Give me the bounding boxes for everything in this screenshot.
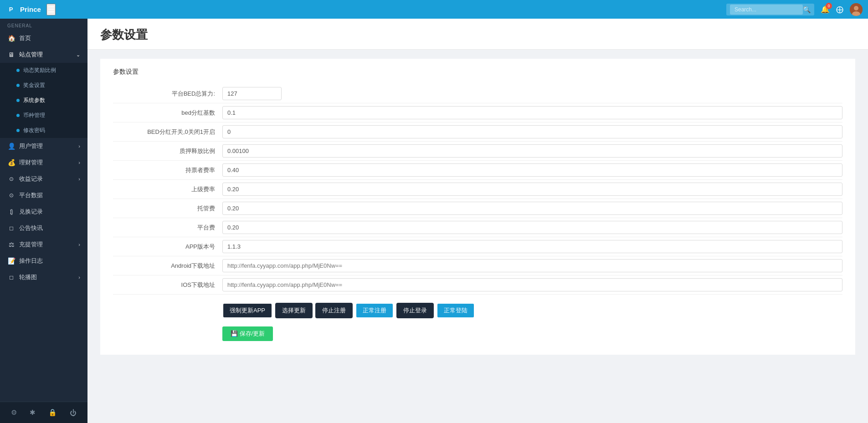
dot-icon — [16, 84, 20, 87]
force-update-button[interactable]: 强制更新APP — [222, 303, 272, 318]
power-icon-button[interactable]: ⏻ — [66, 407, 80, 418]
grid-button[interactable]: ⨁ — [836, 5, 843, 14]
section-label: GENERAL — [0, 19, 87, 30]
user-icon: 👤 — [7, 143, 15, 150]
chevron-right-icon: › — [78, 242, 80, 247]
label-10: IOS下载地址 — [113, 276, 222, 294]
sidebar-item-banner[interactable]: ◻ 轮播图 › — [0, 269, 87, 285]
hamburger-button[interactable]: ☰ — [46, 4, 56, 15]
logo-icon: P — [5, 4, 16, 15]
notification-badge: 0 — [826, 3, 832, 9]
sidebar-sub-dynamic-reward[interactable]: 动态奖励比例 — [0, 63, 87, 78]
monitor-icon: 🖥 — [7, 51, 15, 58]
svg-point-1 — [854, 6, 858, 10]
input-ios-url[interactable] — [222, 278, 842, 291]
bitcoin-icon: ₿ — [7, 208, 15, 215]
search-input[interactable] — [730, 5, 803, 15]
sidebar-item-withdraw[interactable]: ⚖ 充提管理 › — [0, 236, 87, 253]
platform-icon: ⊙ — [7, 192, 15, 199]
page-title: 参数设置 — [100, 27, 855, 43]
settings-icon-button[interactable]: ⚙ — [7, 407, 21, 418]
sidebar-item-income[interactable]: ⊙ 收益记录 › — [0, 171, 87, 187]
label-4: 持票者费率 — [113, 162, 222, 179]
sidebar-label-announcement: 公告快讯 — [19, 224, 43, 232]
sidebar-sub-system-params[interactable]: 系统参数 — [0, 93, 87, 108]
notification-button[interactable]: 🔔 0 — [821, 5, 830, 14]
search-button[interactable]: 🔍 — [803, 6, 811, 13]
chevron-right-icon: › — [78, 143, 80, 149]
sidebar-label-site: 站点管理 — [19, 51, 43, 59]
normal-login-button[interactable]: 正常登陆 — [437, 303, 475, 318]
sidebar-sub-currency[interactable]: 币种管理 — [0, 108, 87, 123]
sidebar-submenu: 动态奖励比例 奖金设置 系统参数 币种管理 修改密码 — [0, 63, 87, 138]
sidebar-item-oplog[interactable]: 📝 操作日志 — [0, 253, 87, 269]
action-buttons: 强制更新APP 选择更新 停止注册 正常注册 停止登录 正常登陆 — [222, 303, 842, 318]
form-row-8: APP版本号 — [113, 237, 842, 256]
sidebar-label-user: 用户管理 — [19, 142, 43, 150]
card-title: 参数设置 — [113, 68, 842, 76]
sidebar-item-site-management[interactable]: 🖥 站点管理 ⌄ — [0, 46, 87, 63]
app-name: Prince — [20, 5, 41, 13]
log-icon: 📝 — [7, 257, 15, 265]
input-superior-rate[interactable] — [222, 183, 842, 196]
input-bed-base[interactable] — [222, 106, 842, 119]
label-2: BED分红开关,0关闭1开启 — [113, 123, 222, 141]
sidebar-item-home[interactable]: 🏠 首页 — [0, 30, 87, 46]
page-header: 参数设置 — [87, 19, 868, 50]
home-icon: 🏠 — [7, 35, 15, 42]
asterisk-icon-button[interactable]: ✱ — [26, 407, 39, 418]
chevron-right-icon: › — [78, 160, 80, 165]
input-android-url[interactable] — [222, 259, 842, 272]
label-9: Android下载地址 — [113, 257, 222, 275]
sidebar: GENERAL 🏠 首页 🖥 站点管理 ⌄ 动态奖励比例 奖金设置 系统参数 — [0, 19, 87, 423]
label-1: bed分红基数 — [113, 104, 222, 122]
app-logo: P Prince — [5, 4, 41, 15]
chevron-right-icon: › — [78, 275, 80, 280]
sidebar-label-home: 首页 — [19, 34, 31, 42]
input-custody-fee[interactable] — [222, 202, 842, 215]
dot-icon — [16, 129, 20, 132]
sidebar-item-user-management[interactable]: 👤 用户管理 › — [0, 138, 87, 154]
sidebar-item-platform[interactable]: ⊙ 平台数据 — [0, 187, 87, 204]
sidebar-item-announcement[interactable]: ◻ 公告快讯 — [0, 220, 87, 236]
sidebar-item-exchange[interactable]: ₿ 兑换记录 — [0, 204, 87, 220]
label-3: 质押释放比例 — [113, 143, 222, 160]
label-5: 上级费率 — [113, 181, 222, 198]
normal-register-button[interactable]: 正常注册 — [355, 303, 394, 318]
save-button[interactable]: 💾 保存/更新 — [222, 326, 273, 341]
sidebar-label-banner: 轮播图 — [19, 273, 37, 281]
sidebar-item-finance[interactable]: 💰 理财管理 › — [0, 154, 87, 171]
form-row-10: IOS下载地址 — [113, 275, 842, 295]
user-avatar[interactable] — [850, 3, 863, 16]
form-row-6: 托管费 — [113, 199, 842, 218]
sidebar-sub-prize-settings[interactable]: 奖金设置 — [0, 78, 87, 93]
label-0: 平台BED总算力: — [113, 85, 222, 102]
banner-icon: ◻ — [7, 274, 15, 280]
stop-login-button[interactable]: 停止登录 — [396, 303, 434, 318]
sidebar-bottom: ⚙ ✱ 🔒 ⏻ — [0, 402, 87, 423]
content-area: 参数设置 平台BED总算力: bed分红基数 BED分红开关,0关闭1开启 — [87, 50, 868, 364]
input-platform-fee[interactable] — [222, 221, 842, 234]
input-bed-switch[interactable] — [222, 125, 842, 138]
label-6: 托管费 — [113, 200, 222, 217]
sidebar-sub-change-password[interactable]: 修改密码 — [0, 123, 87, 138]
announcement-icon: ◻ — [7, 225, 15, 231]
input-bed-total[interactable] — [222, 87, 282, 100]
form-row-3: 质押释放比例 — [113, 142, 842, 161]
chevron-down-icon: ⌄ — [76, 52, 80, 58]
lock-icon-button[interactable]: 🔒 — [45, 407, 61, 418]
income-icon: ⊙ — [7, 176, 15, 182]
top-navbar: P Prince ☰ 🔍 🔔 0 ⨁ — [0, 0, 868, 19]
sidebar-label-finance: 理财管理 — [19, 158, 43, 167]
main-content: 参数设置 参数设置 平台BED总算力: bed分红基数 BED分红开关,0关闭1… — [87, 19, 868, 423]
stop-register-button[interactable]: 停止注册 — [315, 303, 353, 318]
scale-icon: ⚖ — [7, 241, 15, 248]
input-pledge-ratio[interactable] — [222, 144, 842, 158]
select-update-button[interactable]: 选择更新 — [275, 303, 313, 318]
form-row-0: 平台BED总算力: — [113, 84, 842, 103]
form-row-5: 上级费率 — [113, 180, 842, 199]
input-app-version[interactable] — [222, 240, 842, 253]
form-row-1: bed分红基数 — [113, 103, 842, 122]
input-holder-rate[interactable] — [222, 163, 842, 177]
settings-card: 参数设置 平台BED总算力: bed分红基数 BED分红开关,0关闭1开启 — [100, 59, 855, 355]
